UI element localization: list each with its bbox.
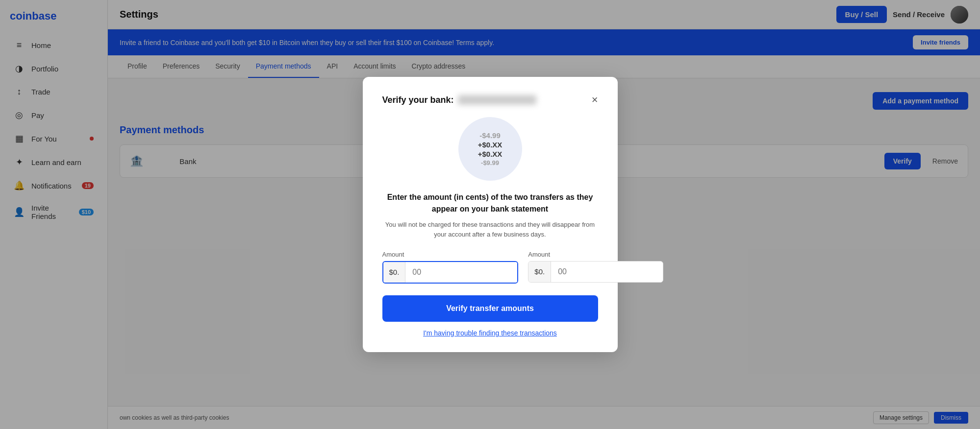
modal-title-prefix: Verify your bank: bbox=[382, 95, 454, 105]
amount1-input[interactable] bbox=[405, 262, 517, 283]
circle-amount-1: -$4.99 bbox=[479, 131, 501, 140]
app-container: coinbase ≡ Home ◑ Portfolio ↕ Trade ◎ Pa… bbox=[0, 0, 980, 429]
amount2-input[interactable] bbox=[551, 262, 663, 282]
modal-circle-area: -$4.99 +$0.XX +$0.XX -$9.99 bbox=[382, 117, 598, 181]
modal-instruction-text: Enter the amount (in cents) of the two t… bbox=[382, 191, 598, 215]
modal-note-text: You will not be charged for these transa… bbox=[382, 220, 598, 239]
circle-amount-3: +$0.XX bbox=[478, 150, 503, 158]
amounts-row: Amount $0. Amount $0. bbox=[382, 251, 598, 284]
modal-header: Verify your bank: × bbox=[382, 95, 598, 105]
amount1-group: Amount $0. bbox=[382, 251, 519, 284]
verify-transfer-amounts-button[interactable]: Verify transfer amounts bbox=[382, 295, 598, 322]
bank-verification-circle: -$4.99 +$0.XX +$0.XX -$9.99 bbox=[458, 117, 522, 181]
verify-bank-modal: Verify your bank: × -$4.99 +$0.XX +$0.XX… bbox=[363, 77, 618, 352]
amount1-input-wrapper: $0. bbox=[382, 261, 519, 284]
amount2-group: Amount $0. bbox=[528, 251, 663, 284]
modal-close-button[interactable]: × bbox=[592, 95, 598, 105]
amount1-prefix: $0. bbox=[383, 262, 406, 283]
modal-bank-name-blurred bbox=[458, 95, 536, 105]
amount2-input-wrapper: $0. bbox=[528, 261, 663, 283]
circle-amount-2: +$0.XX bbox=[478, 141, 503, 149]
circle-amount-4: -$9.99 bbox=[481, 159, 499, 167]
modal-overlay: Verify your bank: × -$4.99 +$0.XX +$0.XX… bbox=[0, 0, 980, 429]
modal-title: Verify your bank: bbox=[382, 95, 536, 105]
amount2-prefix: $0. bbox=[528, 262, 551, 282]
amount1-label: Amount bbox=[382, 251, 519, 258]
amount2-label: Amount bbox=[528, 251, 663, 258]
trouble-link[interactable]: I'm having trouble finding these transac… bbox=[382, 329, 598, 337]
